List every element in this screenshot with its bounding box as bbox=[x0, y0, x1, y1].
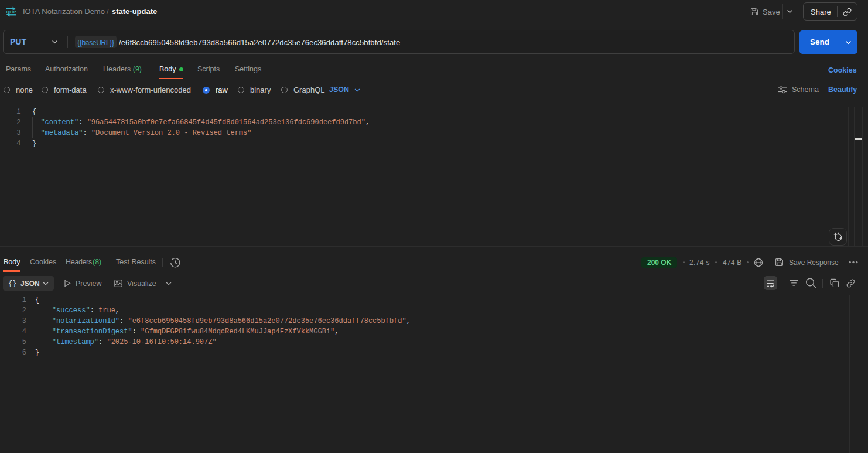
svg-text:HTTP: HTTP bbox=[6, 9, 16, 15]
